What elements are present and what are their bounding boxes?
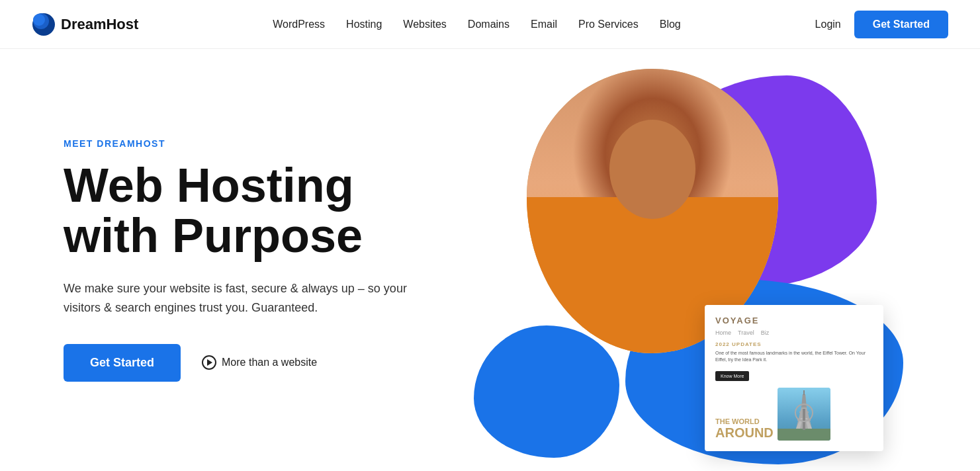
voyage-tower-image: [778, 388, 830, 441]
eiffel-tower-icon: [778, 388, 830, 441]
voyage-card-title: VOYAGE: [715, 316, 873, 325]
hero-section: MEET DREAMHOST Web Hosting with Purpose …: [0, 49, 980, 471]
nav-item-pro-services[interactable]: Pro Services: [578, 19, 639, 30]
hero-left: MEET DREAMHOST Web Hosting with Purpose …: [64, 138, 487, 382]
nav-links: WordPress Hosting Websites Domains Email…: [273, 19, 681, 30]
voyage-card-section: 2022 UPDATES: [715, 341, 873, 347]
voyage-nav-home: Home: [715, 329, 731, 336]
svg-rect-10: [797, 419, 811, 421]
play-triangle: [207, 359, 212, 366]
get-started-hero-button[interactable]: Get Started: [64, 344, 181, 382]
voyage-know-more-button[interactable]: Know More: [715, 371, 749, 381]
svg-rect-7: [803, 390, 805, 395]
hero-description: We make sure your website is fast, secur…: [64, 279, 434, 318]
voyage-world-text: THE WORLD: [715, 417, 774, 425]
nav-item-email[interactable]: Email: [531, 19, 557, 30]
hero-right: VOYAGE Home Travel Biz 2022 UPDATES One …: [487, 49, 916, 471]
nav-actions: Login Get Started: [815, 11, 948, 38]
nav-item-blog[interactable]: Blog: [660, 19, 681, 30]
more-than-link[interactable]: More than a website: [202, 355, 317, 370]
nav-item-wordpress[interactable]: WordPress: [273, 19, 325, 30]
nav-item-hosting[interactable]: Hosting: [346, 19, 382, 30]
voyage-world-around: THE WORLD AROUND: [715, 417, 774, 441]
hero-title-line2: with Purpose: [64, 209, 363, 262]
logo[interactable]: DreamHost: [32, 13, 138, 36]
login-button[interactable]: Login: [815, 19, 841, 30]
voyage-card-nav: Home Travel Biz: [715, 329, 873, 336]
brand-name: DreamHost: [61, 16, 138, 33]
get-started-nav-button[interactable]: Get Started: [854, 11, 948, 38]
svg-rect-4: [778, 429, 830, 441]
dreamhost-logo-icon: [32, 13, 56, 36]
nav-item-websites[interactable]: Websites: [403, 19, 447, 30]
voyage-around-text: AROUND: [715, 425, 774, 441]
more-than-label: More than a website: [222, 357, 317, 368]
voyage-card-body: One of the most famous landmarks in the …: [715, 350, 873, 363]
hero-title: Web Hosting with Purpose: [64, 161, 487, 261]
hero-eyebrow: MEET DREAMHOST: [64, 138, 487, 149]
nav-item-domains[interactable]: Domains: [468, 19, 510, 30]
voyage-nav-travel: Travel: [738, 329, 754, 336]
voyage-nav-biz: Biz: [761, 329, 770, 336]
main-nav: DreamHost WordPress Hosting Websites Dom…: [0, 0, 980, 49]
play-icon: [202, 355, 216, 370]
hero-actions: Get Started More than a website: [64, 344, 487, 382]
svg-rect-11: [799, 411, 809, 413]
voyage-card: VOYAGE Home Travel Biz 2022 UPDATES One …: [705, 305, 883, 451]
voyage-card-inner: VOYAGE Home Travel Biz 2022 UPDATES One …: [705, 305, 883, 451]
voyage-image-row: THE WORLD AROUND: [715, 388, 873, 441]
hero-title-line1: Web Hosting: [64, 159, 354, 212]
svg-point-2: [33, 14, 45, 26]
